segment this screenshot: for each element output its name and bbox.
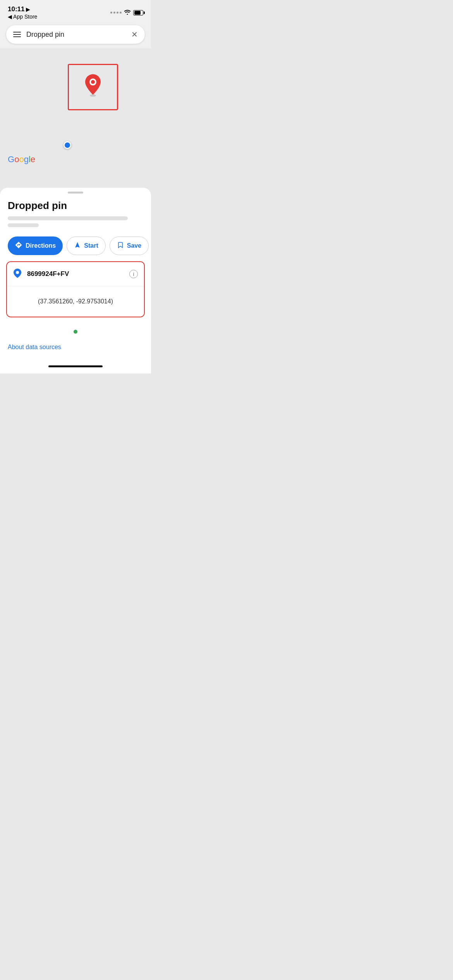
- google-logo: G o o g l e: [8, 154, 35, 164]
- green-dot-area: [0, 322, 151, 338]
- svg-point-2: [91, 80, 95, 84]
- plus-code-row[interactable]: 8699924F+FV i: [7, 262, 144, 286]
- start-button[interactable]: Start: [67, 236, 105, 255]
- save-label: Save: [127, 242, 141, 249]
- time-label: 10:11: [8, 5, 24, 13]
- save-icon: [117, 242, 124, 250]
- drag-handle[interactable]: [68, 192, 83, 194]
- pin-highlight-box: [68, 64, 118, 110]
- user-location-dot: [63, 141, 71, 149]
- location-pin-icon: [13, 268, 22, 280]
- action-buttons-row: Directions Start Save: [0, 230, 151, 261]
- search-title: Dropped pin: [26, 31, 131, 39]
- directions-button[interactable]: Directions: [8, 236, 63, 255]
- place-title: Dropped pin: [0, 200, 151, 212]
- directions-label: Directions: [26, 242, 56, 249]
- map-view[interactable]: G o o g l e: [0, 48, 151, 188]
- about-data-sources-link[interactable]: About data sources: [0, 338, 151, 362]
- status-bar: 10:11 ▶ ◀ App Store: [0, 0, 151, 22]
- bottom-sheet: Dropped pin Directions Start: [0, 188, 151, 373]
- home-bar: [48, 365, 103, 367]
- start-icon: [74, 242, 81, 250]
- status-time: 10:11 ▶: [8, 5, 37, 13]
- search-bar-wrapper: Dropped pin ✕: [0, 22, 151, 48]
- close-icon[interactable]: ✕: [131, 30, 138, 39]
- coordinates-value: (37.3561260, -92.9753014): [13, 293, 138, 310]
- wifi-icon: [124, 9, 131, 16]
- search-bar[interactable]: Dropped pin ✕: [6, 25, 145, 44]
- status-right: [110, 9, 143, 16]
- map-pin: [83, 74, 103, 98]
- coordinates-row[interactable]: (37.3561260, -92.9753014): [7, 286, 144, 317]
- plus-code-value: 8699924F+FV: [27, 270, 129, 278]
- back-to-appstore[interactable]: ◀ App Store: [8, 14, 37, 20]
- status-left: 10:11 ▶ ◀ App Store: [8, 5, 37, 20]
- home-indicator: [0, 362, 151, 372]
- skeleton-line-1: [8, 216, 128, 220]
- svg-point-3: [16, 271, 19, 274]
- location-arrow-icon: ▶: [26, 7, 30, 12]
- signal-dots-icon: [110, 12, 122, 14]
- green-dot-indicator: [74, 330, 77, 334]
- start-label: Start: [84, 242, 98, 249]
- info-icon[interactable]: i: [129, 270, 138, 278]
- info-card: 8699924F+FV i (37.3561260, -92.9753014): [6, 261, 145, 317]
- battery-icon: [133, 10, 143, 15]
- menu-icon[interactable]: [13, 32, 21, 37]
- directions-icon: [15, 241, 22, 250]
- save-button[interactable]: Save: [110, 236, 149, 255]
- skeleton-line-2: [8, 223, 39, 227]
